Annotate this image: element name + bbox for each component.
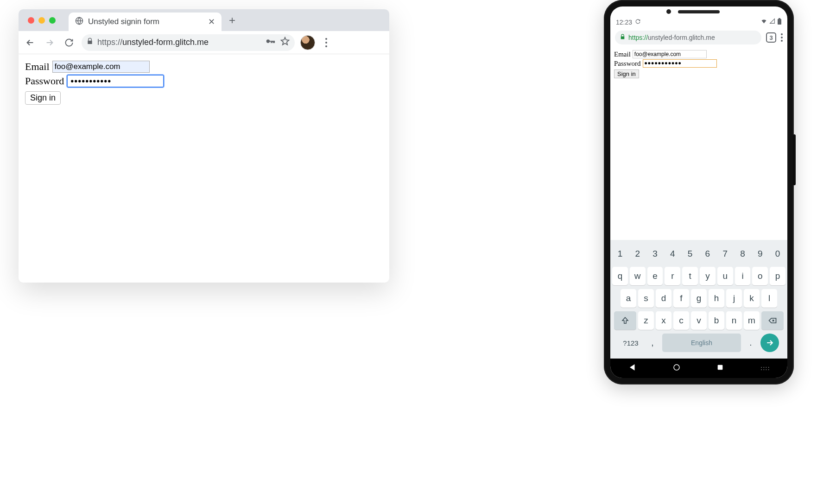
key-0[interactable]: 0 — [770, 245, 785, 263]
star-icon[interactable] — [280, 36, 290, 49]
key-l[interactable]: l — [761, 289, 777, 308]
key-w[interactable]: w — [630, 267, 646, 285]
key-6[interactable]: 6 — [700, 245, 716, 263]
key-q[interactable]: q — [612, 267, 628, 285]
nav-back-button[interactable] — [628, 363, 637, 373]
key-h[interactable]: h — [709, 289, 724, 308]
key-r[interactable]: r — [665, 267, 680, 285]
wifi-icon — [760, 18, 767, 26]
password-label: Password — [614, 60, 641, 68]
key-5[interactable]: 5 — [682, 245, 698, 263]
key-j[interactable]: j — [726, 289, 742, 308]
mode-key[interactable]: ?123 — [619, 334, 643, 352]
key-k[interactable]: k — [744, 289, 760, 308]
lock-icon — [620, 34, 626, 41]
key-z[interactable]: z — [638, 311, 654, 330]
key-x[interactable]: x — [656, 311, 671, 330]
signin-button[interactable]: Sign in — [25, 91, 61, 105]
url-domain: unstyled-form.glitch.me — [648, 34, 715, 41]
key-o[interactable]: o — [752, 267, 768, 285]
key-d[interactable]: d — [656, 289, 671, 308]
battery-icon — [777, 18, 782, 26]
new-tab-button[interactable]: + — [224, 13, 240, 28]
password-field[interactable] — [643, 59, 717, 68]
mobile-menu-button[interactable] — [781, 33, 783, 42]
mobile-page-content: Email Password Sign in — [610, 47, 787, 240]
key-f[interactable]: f — [673, 289, 689, 308]
key-7[interactable]: 7 — [717, 245, 733, 263]
keyboard-row-2: asdfghjkl — [612, 289, 785, 308]
nav-keyboard-button[interactable]: :::: — [760, 365, 769, 372]
status-bar: 12:23 — [610, 6, 787, 28]
key-y[interactable]: y — [700, 267, 716, 285]
android-nav-bar: :::: — [610, 359, 787, 378]
key-3[interactable]: 3 — [647, 245, 663, 263]
forward-button[interactable] — [43, 36, 57, 50]
desktop-browser-window: Unstyled signin form ✕ + https://unstyle… — [19, 9, 389, 283]
phone-screen: 12:23 — [610, 6, 787, 378]
front-camera — [666, 9, 671, 14]
nav-home-button[interactable] — [672, 363, 681, 373]
password-field[interactable] — [67, 75, 164, 88]
key-2[interactable]: 2 — [630, 245, 646, 263]
key-1[interactable]: 1 — [612, 245, 628, 263]
email-field[interactable] — [52, 61, 150, 73]
keyboard-number-row: 1234567890 — [612, 245, 785, 263]
key-m[interactable]: m — [744, 311, 760, 330]
key-u[interactable]: u — [717, 267, 733, 285]
period-key[interactable]: . — [743, 334, 759, 352]
tab-strip: Unstyled signin form ✕ + — [19, 9, 389, 31]
key-v[interactable]: v — [691, 311, 707, 330]
key-4[interactable]: 4 — [665, 245, 680, 263]
svg-point-4 — [674, 365, 679, 370]
svg-rect-3 — [779, 18, 780, 19]
key-a[interactable]: a — [621, 289, 636, 308]
browser-tab[interactable]: Unstyled signin form ✕ — [69, 13, 222, 31]
key-9[interactable]: 9 — [752, 245, 768, 263]
address-bar[interactable]: https://unstyled-form.glitch.me — [82, 34, 295, 51]
shift-key[interactable] — [614, 311, 636, 330]
maximize-window-button[interactable] — [49, 17, 56, 24]
key-s[interactable]: s — [638, 289, 654, 308]
key-8[interactable]: 8 — [735, 245, 751, 263]
profile-avatar[interactable] — [300, 35, 315, 50]
mobile-address-bar[interactable]: https://unstyled-form.glitch.me — [615, 31, 761, 44]
svg-rect-2 — [778, 19, 781, 25]
key-i[interactable]: i — [735, 267, 751, 285]
enter-key[interactable] — [760, 334, 779, 352]
signal-icon — [769, 18, 775, 25]
mobile-browser-toolbar: https://unstyled-form.glitch.me 3 — [610, 28, 787, 47]
minimize-window-button[interactable] — [38, 17, 45, 24]
svg-point-1 — [266, 39, 270, 43]
power-button — [793, 134, 796, 185]
browser-toolbar: https://unstyled-form.glitch.me — [19, 31, 389, 54]
key-t[interactable]: t — [682, 267, 698, 285]
tab-switcher-button[interactable]: 3 — [766, 32, 776, 43]
signin-button[interactable]: Sign in — [614, 69, 639, 78]
email-label: Email — [25, 61, 50, 73]
keyboard-row-4: ?123 , English . — [612, 334, 785, 352]
phone-frame: 12:23 — [604, 0, 794, 384]
key-icon[interactable] — [265, 36, 275, 49]
url-protocol: https:// — [97, 38, 122, 47]
key-b[interactable]: b — [709, 311, 724, 330]
svg-rect-5 — [718, 365, 723, 370]
reload-button[interactable] — [62, 36, 76, 50]
window-controls — [24, 17, 69, 24]
key-g[interactable]: g — [691, 289, 707, 308]
nav-recents-button[interactable] — [716, 364, 724, 373]
lock-icon — [86, 38, 94, 47]
key-c[interactable]: c — [673, 311, 689, 330]
key-e[interactable]: e — [647, 267, 663, 285]
space-key[interactable]: English — [662, 334, 741, 352]
email-field[interactable] — [633, 50, 707, 58]
back-button[interactable] — [23, 36, 37, 50]
close-tab-icon[interactable]: ✕ — [208, 17, 215, 27]
comma-key[interactable]: , — [645, 334, 660, 352]
close-window-button[interactable] — [28, 17, 34, 24]
sync-icon — [635, 19, 641, 26]
browser-menu-button[interactable] — [321, 38, 332, 47]
key-n[interactable]: n — [726, 311, 742, 330]
key-p[interactable]: p — [770, 267, 785, 285]
backspace-key[interactable] — [761, 311, 784, 330]
